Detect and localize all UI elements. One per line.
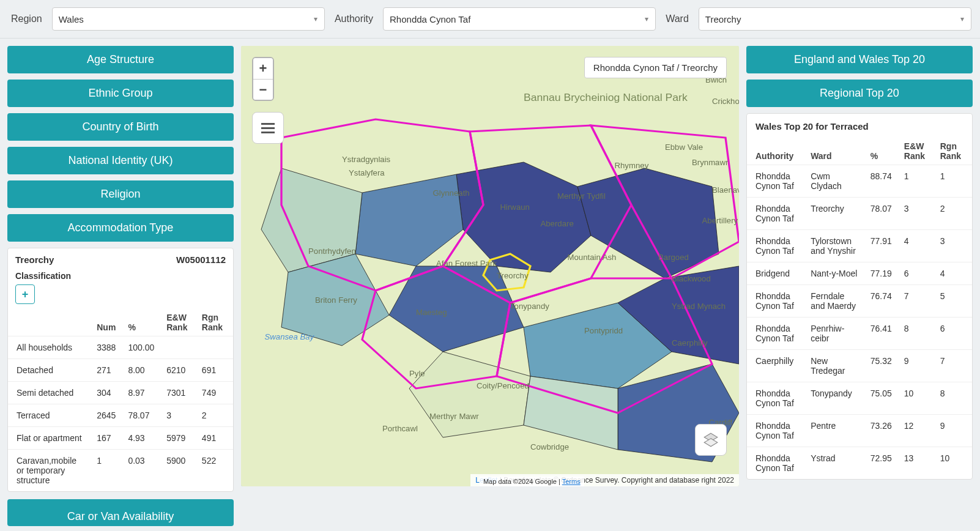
row-num: 3388 — [91, 336, 122, 359]
cell-pct: 77.19 — [864, 262, 898, 285]
row-pct: 78.07 — [122, 404, 160, 427]
col-blank — [8, 309, 91, 336]
map[interactable]: Bannau Brycheiniog National Park Swansea… — [241, 46, 739, 486]
row-rgn — [196, 336, 233, 359]
row-rgn: 691 — [196, 359, 233, 382]
right-column: England and Wales Top 20 Regional Top 20… — [746, 46, 973, 526]
row-label: Flat or apartment — [8, 427, 91, 450]
row-ew: 6210 — [160, 359, 196, 382]
btn-ethnic-group[interactable]: Ethnic Group — [7, 80, 234, 107]
cell-pct: 76.74 — [864, 285, 898, 317]
btn-country-of-birth[interactable]: Country of Birth — [7, 113, 234, 141]
row-pct: 100.00 — [122, 336, 160, 359]
cell-ward: Ferndale and Maerdy — [804, 285, 864, 317]
table-row: Caravan,mobile or temporary structure10.… — [8, 450, 233, 492]
ward-select[interactable]: Treorchy — [699, 7, 971, 31]
row-num: 167 — [91, 427, 122, 450]
cell-rgn: 1 — [934, 165, 972, 198]
google-terms-link[interactable]: Terms — [562, 478, 581, 485]
detail-table: Num % E&W Rank Rgn Rank All households33… — [8, 309, 233, 491]
zoom-control: + − — [252, 57, 274, 101]
cell-rgn: 2 — [934, 198, 972, 230]
btn-ew-top20[interactable]: England and Wales Top 20 — [746, 46, 973, 73]
map-canvas[interactable]: Bannau Brycheiniog National Park Swansea… — [241, 46, 739, 486]
cell-ward: Cwm Clydach — [804, 165, 864, 198]
cell-auth: Rhondda Cynon Taf — [747, 447, 804, 480]
cell-ew: 4 — [898, 230, 934, 262]
table-row: CaerphillyNew Tredegar75.3297 — [747, 350, 972, 382]
cell-pct: 76.41 — [864, 317, 898, 350]
row-label: Semi detached — [8, 382, 91, 404]
cell-auth: Rhondda Cynon Taf — [747, 415, 804, 447]
map-menu-button[interactable] — [252, 112, 284, 144]
row-ew: 5900 — [160, 450, 196, 492]
cell-pct: 72.95 — [864, 447, 898, 480]
cell-rgn: 8 — [934, 382, 972, 415]
row-num: 1 — [91, 450, 122, 492]
cell-ew: 3 — [898, 198, 934, 230]
cell-ward: Ystrad — [804, 447, 864, 480]
cell-ward: New Tredegar — [804, 350, 864, 382]
row-rgn: 2 — [196, 404, 233, 427]
row-num: 304 — [91, 382, 122, 404]
r-col-rgn: Rgn Rank — [934, 138, 972, 165]
cell-rgn: 5 — [934, 285, 972, 317]
table-row: Rhondda Cynon TafTylorstown and Ynyshir7… — [747, 230, 972, 262]
row-rgn: 749 — [196, 382, 233, 404]
row-ew: 3 — [160, 404, 196, 427]
table-row: BridgendNant-y-Moel77.1964 — [747, 262, 972, 285]
cell-pct: 78.07 — [864, 198, 898, 230]
top20-card: Wales Top 20 for Terraced Authority Ward… — [746, 113, 973, 480]
btn-regional-top20[interactable]: Regional Top 20 — [746, 80, 973, 107]
top20-table: Authority Ward % E&W Rank Rgn Rank Rhond… — [747, 138, 972, 479]
region-select[interactable]: Wales — [52, 7, 325, 31]
cell-auth: Rhondda Cynon Taf — [747, 198, 804, 230]
zoom-out-button[interactable]: − — [253, 79, 273, 100]
zoom-in-button[interactable]: + — [253, 58, 273, 79]
cell-auth: Bridgend — [747, 262, 804, 285]
btn-car-van[interactable]: Car or Van Availability — [7, 499, 234, 526]
layers-icon — [703, 432, 719, 448]
row-rgn: 491 — [196, 427, 233, 450]
row-num: 271 — [91, 359, 122, 382]
table-row: Rhondda Cynon TafPenrhiw-ceibr76.4186 — [747, 317, 972, 350]
btn-age-structure[interactable]: Age Structure — [7, 46, 234, 73]
table-row: Semi detached3048.977301749 — [8, 382, 233, 404]
authority-select[interactable]: Rhondda Cynon Taf — [383, 7, 656, 31]
table-row: Rhondda Cynon TafTreorchy78.0732 — [747, 198, 972, 230]
cell-rgn: 4 — [934, 262, 972, 285]
col-rgn-rank: Rgn Rank — [196, 309, 233, 336]
row-ew: 7301 — [160, 382, 196, 404]
cell-pct: 75.32 — [864, 350, 898, 382]
cell-ew: 1 — [898, 165, 934, 198]
cell-auth: Rhondda Cynon Taf — [747, 285, 804, 317]
table-row: Rhondda Cynon TafTonypandy75.05108 — [747, 382, 972, 415]
table-row: Rhondda Cynon TafYstrad72.951310 — [747, 447, 972, 480]
cell-ward: Tylorstown and Ynyshir — [804, 230, 864, 262]
cell-ward: Penrhiw-ceibr — [804, 317, 864, 350]
table-row: Detached2718.006210691 — [8, 359, 233, 382]
table-row: Rhondda Cynon TafFerndale and Maerdy76.7… — [747, 285, 972, 317]
row-label: Terraced — [8, 404, 91, 427]
cell-ward: Nant-y-Moel — [804, 262, 864, 285]
layers-button[interactable] — [695, 424, 727, 456]
google-attribution: Map data ©2024 Google | Terms — [480, 477, 584, 486]
ward-name: Treorchy — [15, 254, 54, 265]
row-pct: 8.97 — [122, 382, 160, 404]
ward-label: Ward — [663, 13, 691, 24]
btn-national-identity[interactable]: National Identity (UK) — [7, 147, 234, 174]
expand-classification-button[interactable]: + — [15, 284, 35, 304]
cell-pct: 88.74 — [864, 165, 898, 198]
ward-detail-card: Treorchy W05001112 Classification + Num … — [7, 248, 234, 492]
cell-ew: 7 — [898, 285, 934, 317]
btn-religion[interactable]: Religion — [7, 180, 234, 208]
table-row: Rhondda Cynon TafPentre73.26129 — [747, 415, 972, 447]
cell-ew: 9 — [898, 350, 934, 382]
r-col-ward: Ward — [804, 138, 864, 165]
btn-accommodation-type[interactable]: Accommodation Type — [7, 214, 234, 242]
cell-ward: Tonypandy — [804, 382, 864, 415]
row-ew: 5979 — [160, 427, 196, 450]
table-row: Flat or apartment1674.935979491 — [8, 427, 233, 450]
filter-bar: Region Wales Authority Rhondda Cynon Taf… — [0, 0, 980, 39]
classification-label: Classification — [8, 271, 233, 283]
